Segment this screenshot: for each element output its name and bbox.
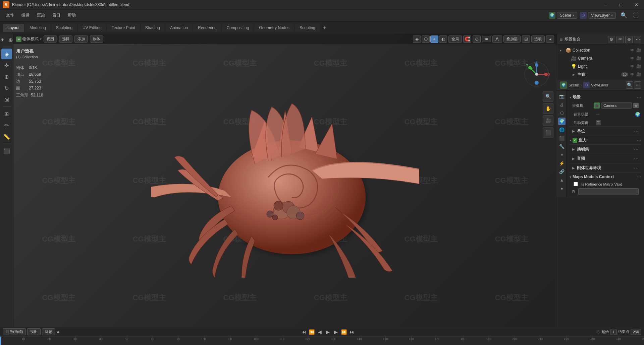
- outliner-camera[interactable]: 🎥 Camera 👁 🎥: [557, 54, 644, 62]
- scene-section-header[interactable]: ▾ 场景 ⋯: [570, 93, 641, 101]
- tab-scripting[interactable]: Scripting: [295, 24, 320, 32]
- camera-render-icon[interactable]: 🎥: [636, 56, 641, 61]
- scale-tool[interactable]: ⇲: [1, 94, 12, 105]
- gravity-section[interactable]: ▾ ✓ 重力 ⋯: [570, 136, 641, 144]
- audio-section[interactable]: ▶ 音频 ⋯: [570, 154, 641, 163]
- minimize-button[interactable]: ─: [598, 0, 613, 9]
- viewport-gizmo[interactable]: X Y Z: [523, 61, 550, 88]
- camera-eye-icon[interactable]: 👁: [630, 56, 634, 61]
- outliner-eye-icon[interactable]: 👁: [616, 36, 624, 43]
- render-icon[interactable]: 🎥: [636, 48, 641, 53]
- grid-view-btn[interactable]: ⬛: [543, 127, 553, 138]
- camera-clear-button[interactable]: ✕: [633, 103, 639, 108]
- pivot-btn[interactable]: ⊕: [482, 36, 491, 42]
- options-btn[interactable]: 选项: [531, 36, 545, 43]
- outliner-more-icon[interactable]: ⋯: [634, 36, 641, 43]
- rendered-shading-btn[interactable]: ◐: [439, 36, 447, 43]
- props-search-icon[interactable]: 🔍: [626, 81, 633, 89]
- object-props-icon[interactable]: ⬛: [558, 134, 566, 142]
- cursor-tool[interactable]: ✛: [1, 60, 12, 71]
- material-props-icon[interactable]: ●: [558, 185, 566, 192]
- render-props-icon[interactable]: 📷: [558, 92, 566, 100]
- start-frame-field[interactable]: 1: [610, 329, 617, 335]
- empty-render-icon[interactable]: 🎥: [636, 72, 641, 77]
- tab-compositing[interactable]: Compositing: [222, 24, 254, 32]
- tab-geometry-nodes[interactable]: Geometry Nodes: [254, 24, 294, 32]
- solid-shading-btn[interactable]: ◈: [413, 36, 421, 43]
- outliner-light[interactable]: 💡 Light 👁 🎥: [557, 62, 644, 70]
- maps-context-section[interactable]: ▾ Maps Models Context ⋯: [570, 172, 641, 181]
- viewport-3d[interactable]: CG模型主 CG模型主 CG模型主 CG模型主 CG模型主 CG模型主 CG模型…: [13, 34, 557, 327]
- search-icon[interactable]: 🔍: [619, 10, 629, 21]
- menu-help[interactable]: 帮助: [64, 11, 79, 19]
- zoom-in-btn[interactable]: 🔍: [543, 91, 553, 102]
- output-props-icon[interactable]: 🖨: [558, 101, 566, 108]
- viewlayer-selector[interactable]: ViewLayer ▾: [588, 12, 616, 19]
- cursor-icon[interactable]: +: [0, 36, 6, 44]
- tab-sculpting[interactable]: Sculpting: [51, 24, 77, 32]
- end-frame-field[interactable]: 250: [631, 329, 641, 335]
- menu-render[interactable]: 渲染: [34, 11, 48, 19]
- outliner-scene-collection[interactable]: ▾ 📦 Collection 👁 🎥: [557, 46, 644, 54]
- playback-menu[interactable]: 回放(插帧): [3, 328, 26, 335]
- proportional-edit-icon[interactable]: ⊙: [473, 36, 481, 43]
- prev-keyframe-btn[interactable]: ◀: [316, 328, 324, 336]
- gravity-checkbox[interactable]: ✓: [573, 138, 577, 143]
- timeline-scrubber[interactable]: 1102030405060708090100110120130140150160…: [0, 336, 644, 345]
- tab-modeling[interactable]: Modeling: [25, 24, 51, 32]
- jump-start-btn[interactable]: ⏮: [300, 328, 308, 336]
- next-keyframe-btn[interactable]: ▶: [332, 328, 340, 336]
- move-tool[interactable]: ⊕: [1, 71, 12, 82]
- add-menu-btn[interactable]: 添加: [74, 36, 88, 43]
- is-ref-checkbox[interactable]: [574, 182, 578, 186]
- outliner-hide-icon[interactable]: ⊕: [625, 36, 633, 43]
- close-button[interactable]: ✕: [629, 0, 644, 9]
- rigid-body-section[interactable]: ▶ 刚体世界环境 ⋯: [570, 163, 641, 172]
- data-props-icon[interactable]: ▲: [558, 176, 566, 184]
- particles-props-icon[interactable]: ✦: [558, 151, 566, 158]
- global-btn[interactable]: 全局: [448, 36, 462, 43]
- select-menu-btn[interactable]: 选择: [59, 36, 72, 43]
- camera-view-btn[interactable]: 🎥: [543, 115, 553, 126]
- jump-end-btn[interactable]: ⏭: [348, 328, 356, 336]
- annotate-tool[interactable]: ✏: [1, 120, 12, 131]
- markers-menu[interactable]: 标记: [42, 328, 55, 335]
- tab-texture-paint[interactable]: Texture Paint: [107, 24, 140, 32]
- camera-field[interactable]: Camera: [601, 102, 632, 109]
- prev-frame-btn[interactable]: ⏪: [308, 328, 316, 336]
- tab-animation[interactable]: Animation: [165, 24, 193, 32]
- play-btn[interactable]: ▶: [324, 328, 332, 336]
- snap-icon[interactable]: 🧲: [463, 36, 471, 43]
- custom-props-section[interactable]: ▶ 自定义属性 ⋯: [570, 196, 641, 197]
- scene-props-icon[interactable]: 🌍: [558, 118, 566, 125]
- view-menu-btn[interactable]: 视图: [44, 36, 57, 43]
- hand-btn[interactable]: ✋: [543, 103, 553, 114]
- tab-shading[interactable]: Shading: [141, 24, 165, 32]
- outliner-filter-icon[interactable]: ⚙: [608, 36, 615, 43]
- maximize-button[interactable]: □: [613, 0, 629, 9]
- light-eye-icon[interactable]: 👁: [630, 64, 634, 69]
- tab-uv-editing[interactable]: UV Editing: [78, 24, 106, 32]
- eye-icon[interactable]: 👁: [630, 48, 634, 53]
- empty-eye-icon[interactable]: 👁: [630, 72, 634, 77]
- framestep-section[interactable]: ▶ 插帧集 ⋯: [570, 144, 641, 154]
- unit-section[interactable]: ▶ 单位 ⋯: [570, 126, 641, 136]
- light-render-icon[interactable]: 🎥: [636, 64, 641, 69]
- transform-tool[interactable]: ⊞: [1, 109, 12, 119]
- view-timeline-menu[interactable]: 视图: [27, 328, 41, 335]
- menu-file[interactable]: 文件: [3, 11, 17, 19]
- menu-edit[interactable]: 编辑: [18, 11, 33, 19]
- wireframe-shading-btn[interactable]: ⬡: [422, 36, 430, 43]
- fullscreen-icon[interactable]: ⛶: [631, 10, 641, 21]
- tab-rendering[interactable]: Rendering: [193, 24, 221, 32]
- material-shading-btn[interactable]: ●: [430, 36, 438, 43]
- modifier-props-icon[interactable]: 🔧: [558, 143, 566, 150]
- overlays-btn[interactable]: 叠加层: [503, 36, 521, 43]
- add-workspace-button[interactable]: +: [321, 24, 329, 32]
- rotate-tool[interactable]: ↻: [1, 83, 12, 93]
- menu-window[interactable]: 窗口: [49, 11, 64, 19]
- gizmo-icon[interactable]: ⊞: [522, 36, 530, 43]
- next-frame-btn[interactable]: ⏩: [340, 328, 348, 336]
- physics-props-icon[interactable]: ⚡: [558, 159, 566, 167]
- measure-tool[interactable]: 📏: [1, 131, 12, 142]
